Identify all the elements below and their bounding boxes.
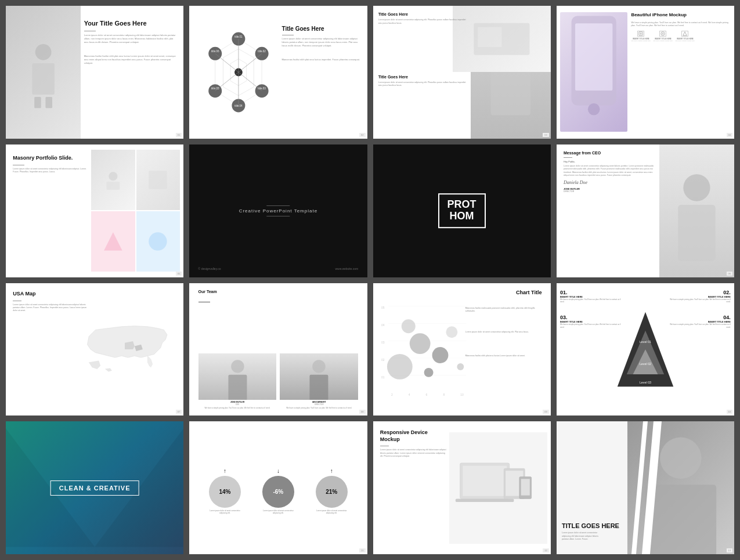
slide15-divider <box>380 446 389 446</box>
slide12-item1-text: We have a simple pricing plan. You'll lo… <box>560 298 622 303</box>
slide-3[interactable]: Title Goes Here Lorem ipsum dolor sit am… <box>373 6 551 139</box>
slide6-center: Creative PowerPoint Template <box>239 205 317 216</box>
slide-7[interactable]: PROT HOM <box>373 144 551 277</box>
slide10-person1: JOSE BUTLER CEO We have a simple pricing… <box>198 353 277 409</box>
svg-text:10: 10 <box>460 393 464 396</box>
slide1-title: Your Title Goes Here <box>84 19 178 27</box>
slide16-body: Lorem ipsum dolor sit amet consectetur a… <box>562 532 600 541</box>
slide8-section: Message from CEO <box>564 151 656 155</box>
svg-text:01: 01 <box>381 376 385 379</box>
slide10-divider <box>198 302 210 302</box>
svg-text:title.02: title.02 <box>258 50 266 53</box>
svg-text:Level 03: Level 03 <box>640 381 651 384</box>
svg-text:2: 2 <box>391 393 393 396</box>
svg-rect-29 <box>478 27 501 47</box>
svg-text:6: 6 <box>425 393 427 396</box>
svg-rect-34 <box>640 33 642 35</box>
svg-text:title.04: title.04 <box>234 104 243 107</box>
slide1-content: Your Title Goes Here Lorem ipsum dolor s… <box>84 19 178 65</box>
slide3-num: 03 <box>543 133 548 137</box>
slide3-body1: Lorem ipsum dolor sit amet consectetur a… <box>378 19 467 25</box>
slide3-title2: Title Goes Here <box>378 75 467 79</box>
slide4-icon2: INSERT TITLE HERE We have a simple prici… <box>653 31 673 42</box>
slide4-icons: INSERT TITLE HERE We have a simple prici… <box>631 31 731 42</box>
svg-point-0 <box>35 44 51 60</box>
slide10-person2: IAN DAPAERT DIRECTOR We have a simple pr… <box>280 353 358 409</box>
slide-10[interactable]: Our Team JOSE BUTLER CEO We have a simpl… <box>189 283 367 416</box>
slide2-num: 02 <box>359 133 365 137</box>
svg-line-19 <box>215 53 238 72</box>
slide-8[interactable]: Message from CEO Hey Public, Lorem ipsum… <box>557 144 734 277</box>
slide14-arrow2: ↓ <box>277 468 280 474</box>
slide3-content-bottom: Title Goes Here Lorem ipsum dolor sit am… <box>378 75 467 88</box>
slide8-sig: Daniela Doe <box>564 180 656 185</box>
svg-marker-37 <box>683 32 687 35</box>
slide12-items-right: 02. INSERT TITLE HERE We have a simple p… <box>669 290 731 328</box>
svg-rect-88 <box>521 479 529 495</box>
slide-13[interactable]: CLEAN & CREATIVE <box>6 421 183 554</box>
slide6-website: www.website.com <box>335 267 358 270</box>
svg-rect-1 <box>32 63 55 95</box>
slide16-title: TITLE GOES HERE <box>562 522 662 529</box>
slide12-item1: 01. INSERT TITLE HERE We have a simple p… <box>560 290 622 303</box>
slide14-arrow1: ↑ <box>223 468 226 474</box>
svg-point-43 <box>684 174 710 201</box>
slide10-person1-photo <box>198 353 277 400</box>
slide14-val3: 21% <box>326 489 337 495</box>
svg-text:Level 02: Level 02 <box>640 362 651 366</box>
slide5-ms1 <box>91 150 135 210</box>
slide4-phone <box>560 12 627 132</box>
slide-1[interactable]: Your Title Goes Here Lorem ipsum dolor s… <box>6 6 183 139</box>
svg-point-64 <box>387 354 413 380</box>
svg-text:title.03: title.03 <box>258 87 266 90</box>
slide5-masonry <box>91 150 180 272</box>
svg-rect-40 <box>149 171 167 189</box>
slide7-inner: PROT HOM <box>373 144 551 277</box>
slide10-persons: JOSE BUTLER CEO We have a simple pricing… <box>198 353 359 409</box>
slide-2[interactable]: title.01 title.02 title.03 title.04 titl… <box>189 6 367 139</box>
svg-text:03: 03 <box>381 341 385 344</box>
svg-point-89 <box>660 438 701 479</box>
slide15-devices <box>449 432 547 544</box>
slide5-ms3 <box>91 211 135 272</box>
svg-rect-31 <box>575 24 612 91</box>
slide-4[interactable]: Beautiful iPhone Mockup We have a simple… <box>557 6 734 139</box>
slide14-circle1: ↑ 14% Lorem ipsum dolor sit amet consect… <box>208 468 243 514</box>
slide9-body: Lorem ipsum dolor sit amet consectetur a… <box>13 304 88 313</box>
svg-point-32 <box>588 103 600 115</box>
slide3-title1: Title Goes Here <box>378 12 467 16</box>
slide10-person2-role: DIRECTOR <box>315 403 324 406</box>
slide-5[interactable]: Masonry Portfolio Slide. Lorem ipsum dol… <box>6 144 183 277</box>
slide-15[interactable]: Responsive Device Mockup Lorem ipsum dol… <box>373 421 551 554</box>
svg-text:title.06: title.06 <box>211 50 219 53</box>
slide2-divider <box>282 35 294 35</box>
slide14-arrow3: ↑ <box>330 468 333 474</box>
slide-11[interactable]: Chart Title Maecenas facilisi malesuada … <box>373 283 551 416</box>
slide1-body: Lorem ipsum dolor sit amet consectetur a… <box>84 34 178 44</box>
slide-9[interactable]: USA Map Lorem ipsum dolor sit amet conse… <box>6 283 183 416</box>
slide-16[interactable]: TITLE GOES HERE Lorem ipsum dolor sit am… <box>557 421 734 554</box>
slide1-divider <box>84 31 96 31</box>
svg-line-15 <box>238 53 261 72</box>
slide-14[interactable]: ↑ 14% Lorem ipsum dolor sit amet consect… <box>189 421 367 554</box>
slide10-person1-text: We have a simple pricing plan. You'll lo… <box>205 407 270 409</box>
svg-point-36 <box>662 33 664 35</box>
slide-6[interactable]: Creative PowerPoint Template © designval… <box>189 144 367 277</box>
slide10-num: 08 <box>359 410 365 414</box>
svg-text:05: 05 <box>381 306 385 309</box>
slide2-content: Title Goes Here Lorem ipsum dolor sit am… <box>282 26 362 62</box>
slide8-num: 06 <box>727 272 732 276</box>
slide14-big-circle1: 14% <box>209 476 241 508</box>
slide8-content: Message from CEO Hey Public, Lorem ipsum… <box>564 151 656 193</box>
slide9-map <box>82 294 180 405</box>
slide14-val2: -6% <box>273 489 283 495</box>
slide15-title: Responsive Device Mockup <box>380 429 447 443</box>
svg-rect-84 <box>456 499 514 503</box>
svg-point-42 <box>149 232 167 250</box>
svg-rect-90 <box>645 485 717 554</box>
svg-rect-3 <box>45 97 52 108</box>
svg-text:02: 02 <box>381 359 385 362</box>
slide12-item3: 03. INSERT TITLE HERE We have a simple p… <box>560 315 622 328</box>
slide2-spider: title.01 title.02 title.03 title.04 titl… <box>198 19 279 125</box>
slide-12[interactable]: 01. INSERT TITLE HERE We have a simple p… <box>557 283 734 416</box>
